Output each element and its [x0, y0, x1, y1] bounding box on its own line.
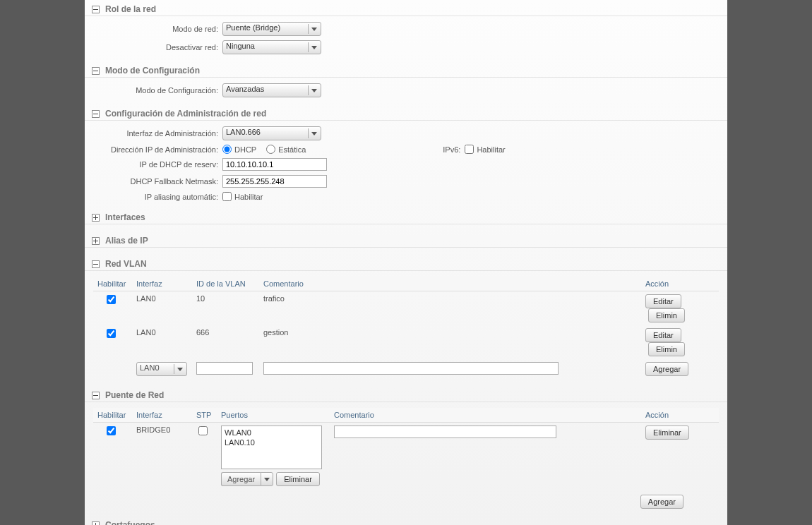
vlan-table: Habilitar Interfaz ID de la VLAN Comenta… — [93, 277, 719, 379]
svg-rect-1 — [93, 71, 98, 71]
col-ports: Puertos — [217, 408, 330, 423]
bridge-comment-input[interactable] — [334, 426, 556, 438]
bridge-iface-cell: BRIDGE0 — [132, 423, 192, 490]
section-header-net-admin[interactable]: Configuración de Administración de red — [85, 106, 727, 121]
col-enable: Habilitar — [93, 277, 132, 291]
collapse-icon — [92, 67, 100, 75]
section-header-bridge[interactable]: Puente de Red — [85, 387, 727, 402]
bridge-delete-button[interactable]: Eliminar — [645, 426, 689, 440]
chevron-down-icon — [177, 368, 183, 371]
col-iface: Interfaz — [132, 277, 192, 291]
col-stp: STP — [192, 408, 217, 423]
section-title: Modo de Configuración — [105, 66, 200, 76]
chevron-down-icon — [311, 28, 317, 31]
mgmt-iface-select[interactable]: LAN0.666 — [222, 126, 321, 140]
fallback-mask-label: DHCP Fallback Netmask: — [85, 177, 222, 186]
mgmt-ip-label: Dirección IP de Administración: — [85, 145, 222, 154]
fallback-mask-input[interactable] — [222, 175, 327, 188]
vlan-new-id-input[interactable] — [196, 362, 253, 375]
vlan-iface-cell: LAN0 — [132, 291, 192, 326]
vlan-new-comment-input[interactable] — [263, 362, 559, 375]
vlan-iface-cell: LAN0 — [132, 325, 192, 359]
mgmt-ip-dhcp-radio[interactable] — [222, 145, 232, 154]
svg-rect-4 — [95, 215, 96, 220]
list-item[interactable]: WLAN0 — [225, 428, 318, 438]
section-title: Interfaces — [105, 212, 145, 222]
delete-button[interactable]: Elimin — [648, 308, 685, 322]
vlan-comment-cell: trafico — [259, 291, 641, 326]
section-header-vlan[interactable]: Red VLAN — [85, 256, 727, 271]
col-iface: Interfaz — [132, 408, 192, 423]
section-title: Puente de Red — [105, 390, 164, 400]
disable-network-label: Desactivar red: — [85, 43, 222, 52]
list-item[interactable]: LAN0.10 — [225, 438, 318, 447]
section-title: Configuración de Administración de red — [105, 109, 266, 119]
table-row-new: LAN0 Agregar — [93, 359, 719, 379]
collapse-icon — [92, 260, 100, 268]
col-action: Acción — [641, 408, 719, 423]
bridge-add-port-combo-button[interactable]: Agregar — [221, 472, 273, 486]
section-title: Cortafuegos — [105, 520, 155, 525]
bridge-delete-port-button[interactable]: Eliminar — [276, 472, 320, 486]
edit-button[interactable]: Editar — [645, 294, 681, 308]
table-header-row: Habilitar Interfaz ID de la VLAN Comenta… — [93, 277, 719, 291]
vlan-enable-checkbox[interactable] — [107, 329, 116, 338]
dhcp-reserve-label: IP de DHCP de reserv: — [85, 160, 222, 169]
svg-rect-0 — [93, 9, 98, 10]
vlan-comment-cell: gestion — [259, 325, 641, 359]
delete-button[interactable]: Elimin — [648, 342, 685, 356]
mgmt-ip-static-radio[interactable] — [266, 145, 275, 154]
collapse-icon — [92, 110, 100, 118]
bridge-enable-checkbox[interactable] — [107, 426, 116, 435]
section-header-config-mode[interactable]: Modo de Configuración — [85, 63, 727, 78]
add-button[interactable]: Agregar — [645, 362, 688, 376]
vlan-id-cell: 666 — [192, 325, 259, 359]
svg-rect-6 — [95, 239, 96, 243]
network-mode-label: Modo de red: — [85, 25, 222, 33]
static-radio-label: Estática — [278, 145, 306, 154]
chevron-down-icon — [311, 46, 317, 49]
section-title: Red VLAN — [105, 259, 147, 269]
table-row: LAN0 666 gestion Editar Elimin — [93, 325, 719, 359]
collapse-icon — [92, 6, 100, 13]
bridge-add-button[interactable]: Agregar — [640, 495, 683, 509]
ipv6-label: IPv6: — [443, 145, 460, 154]
chevron-down-icon[interactable] — [261, 472, 273, 486]
ipv6-enable-checkbox[interactable] — [465, 145, 474, 154]
svg-rect-10 — [95, 523, 96, 526]
col-enable: Habilitar — [93, 408, 132, 423]
expand-icon — [92, 237, 100, 245]
ip-aliasing-checkbox[interactable] — [222, 192, 232, 201]
bridge-table: Habilitar Interfaz STP Puertos Comentari… — [93, 408, 719, 489]
network-mode-select[interactable]: Puente (Bridge) — [222, 22, 321, 36]
ip-aliasing-label: IP aliasing automátic: — [85, 193, 222, 201]
vlan-enable-checkbox[interactable] — [107, 295, 116, 304]
table-row: LAN0 10 trafico Editar Elimin — [93, 291, 719, 326]
svg-rect-2 — [93, 114, 98, 114]
dhcp-reserve-input[interactable] — [222, 158, 327, 171]
chevron-down-icon — [311, 89, 317, 92]
section-header-interfaces[interactable]: Interfaces — [85, 210, 727, 224]
config-mode-select[interactable]: Avanzadas — [222, 83, 321, 97]
col-action: Acción — [641, 277, 719, 291]
section-header-network-role[interactable]: Rol de la red — [85, 1, 727, 16]
vlan-new-iface-select[interactable]: LAN0 — [136, 362, 187, 376]
svg-rect-7 — [93, 264, 98, 265]
expand-icon — [92, 214, 100, 222]
section-title: Alias de IP — [105, 236, 148, 246]
expand-icon — [92, 521, 100, 526]
col-comment: Comentario — [259, 277, 641, 291]
col-vlan-id: ID de la VLAN — [192, 277, 259, 291]
svg-rect-8 — [93, 395, 98, 396]
section-header-firewall[interactable]: Cortafuegos — [85, 517, 727, 525]
bridge-ports-listbox[interactable]: WLAN0 LAN0.10 — [221, 426, 322, 469]
section-header-ip-alias[interactable]: Alias de IP — [85, 233, 727, 248]
col-comment: Comentario — [330, 408, 641, 423]
bridge-stp-checkbox[interactable] — [198, 426, 208, 435]
vlan-id-cell: 10 — [192, 291, 259, 326]
config-mode-label: Modo de Configuración: — [85, 86, 222, 95]
edit-button[interactable]: Editar — [645, 328, 681, 342]
section-title: Rol de la red — [105, 4, 156, 14]
disable-network-select[interactable]: Ninguna — [222, 40, 321, 54]
table-header-row: Habilitar Interfaz STP Puertos Comentari… — [93, 408, 719, 423]
